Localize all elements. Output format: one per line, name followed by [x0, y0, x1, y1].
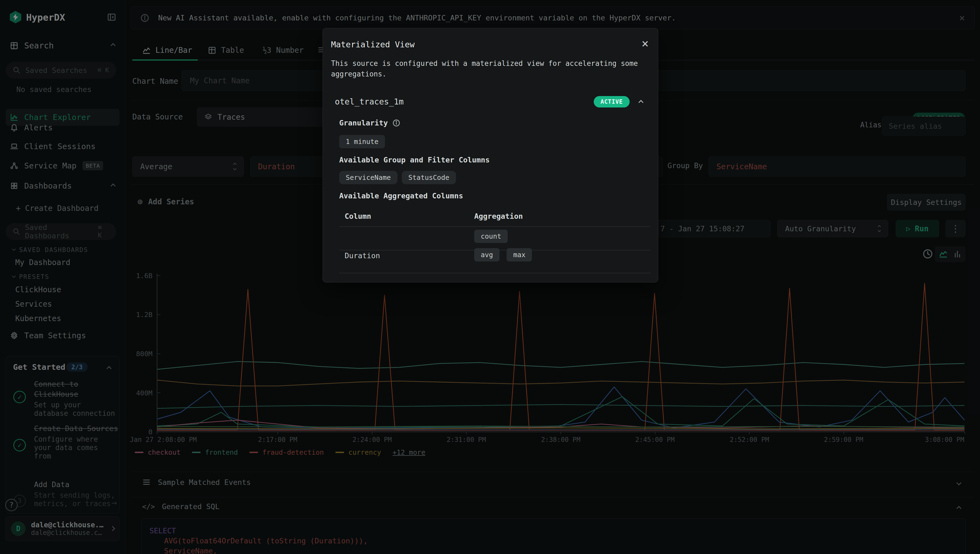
active-status-badge: ACTIVE	[594, 96, 629, 107]
app-root: HyperDX Search Saved Searches ⌘ K No sav…	[0, 0, 980, 554]
modal-title: Materialized View	[331, 40, 414, 49]
close-icon[interactable]: ×	[642, 38, 649, 49]
table-header-aggregation: Aggregation	[474, 212, 523, 220]
table-row: avg max	[474, 248, 532, 261]
table-header-column: Column	[345, 212, 371, 220]
granularity-value-chip: 1 minute	[339, 135, 385, 148]
aggregation-chip: avg	[474, 248, 500, 261]
aggregation-chip: count	[474, 230, 508, 243]
aggregation-chip: max	[507, 248, 532, 261]
aggregated-columns-label: Available Aggregated Columns	[339, 191, 463, 200]
table-cell-column: Duration	[345, 252, 380, 260]
view-name: otel_traces_1m	[335, 97, 404, 107]
column-chip: StatusCode	[402, 171, 456, 184]
table-row: count	[474, 230, 508, 243]
chevron-up-icon[interactable]	[638, 100, 643, 105]
table-divider	[339, 273, 651, 273]
column-chip: ServiceName	[339, 171, 397, 184]
materialized-view-modal: Materialized View × This source is confi…	[323, 28, 658, 282]
granularity-label: Granularity	[339, 119, 400, 127]
group-filter-columns-label: Available Group and Filter Columns	[339, 156, 490, 164]
table-divider	[339, 226, 651, 227]
modal-description: This source is configured with a materia…	[331, 58, 645, 80]
info-icon	[392, 119, 400, 127]
